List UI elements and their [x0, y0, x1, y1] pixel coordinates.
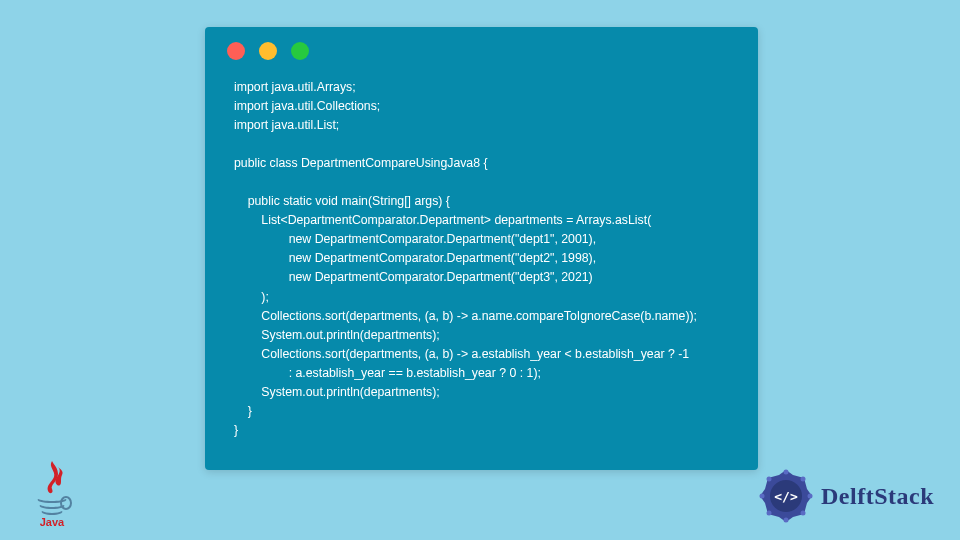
svg-point-10 [760, 494, 765, 499]
java-logo-text: Java [40, 516, 65, 527]
svg-point-6 [808, 494, 813, 499]
svg-point-5 [801, 477, 806, 482]
maximize-icon [291, 42, 309, 60]
svg-point-7 [801, 511, 806, 516]
svg-point-4 [784, 470, 789, 475]
svg-point-11 [767, 477, 772, 482]
code-window: import java.util.Arrays; import java.uti… [205, 27, 758, 470]
svg-point-8 [784, 518, 789, 523]
java-logo-icon: Java [28, 457, 76, 527]
delftstack-logo: </> DelftStack [757, 467, 934, 525]
delftstack-badge-icon: </> [757, 467, 815, 525]
traffic-lights [205, 27, 758, 68]
svg-text:</>: </> [774, 489, 798, 504]
code-block: import java.util.Arrays; import java.uti… [205, 68, 758, 458]
svg-point-9 [767, 511, 772, 516]
svg-point-0 [61, 497, 71, 509]
delftstack-text: DelftStack [821, 483, 934, 510]
minimize-icon [259, 42, 277, 60]
close-icon [227, 42, 245, 60]
